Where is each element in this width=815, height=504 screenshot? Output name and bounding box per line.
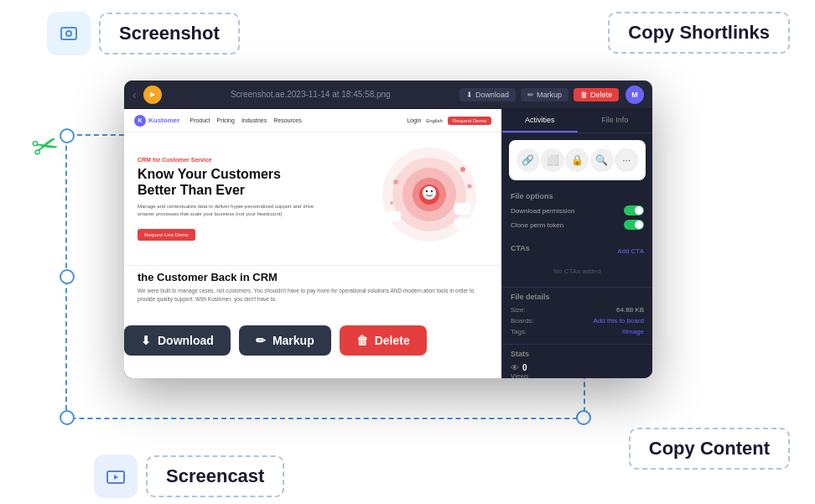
clone-perm-row: Clone perm token — [511, 220, 644, 230]
download-icon-hdr: ⬇ — [466, 91, 473, 99]
views-count: 0 — [522, 363, 527, 372]
kustomer-nav-right: Login English Request Demo — [407, 117, 491, 125]
kustomer-logo-mark: K — [134, 115, 146, 127]
kustomer-logo: K Kustomer — [134, 115, 179, 127]
section-desc: We were built to manage cases, not custo… — [138, 287, 488, 304]
svg-point-7 — [423, 186, 436, 200]
svg-rect-16 — [386, 211, 401, 221]
copy-content-label: Copy Content — [649, 438, 770, 459]
section-title: the Customer Back in CRM — [138, 271, 488, 283]
more-icon-btn[interactable]: ··· — [615, 148, 638, 172]
download-button[interactable]: ⬇ Download — [124, 325, 231, 356]
link-icon-btn[interactable]: 🔗 — [517, 148, 540, 172]
delete-button[interactable]: 🗑 Delete — [340, 325, 427, 356]
svg-point-10 — [460, 167, 465, 172]
file-options-section: File options Download permission Clone p… — [502, 187, 652, 239]
size-row: Size: 64.88 KB — [511, 306, 644, 314]
nav-product: Product — [189, 117, 210, 123]
hero-text: CRM for Customer Service Know Your Custo… — [138, 157, 330, 241]
no-ctas-text: No CTAs added — [511, 261, 644, 282]
play-button[interactable] — [143, 86, 162, 104]
screenshot-label-container: Screenshot — [47, 12, 240, 55]
hero-graphic — [379, 144, 488, 253]
nav-demo-btn[interactable]: Request Demo — [448, 117, 491, 125]
nav-login: Login — [407, 117, 421, 123]
hero-cta-btn[interactable]: Request Live Demo — [138, 229, 195, 241]
bottom-toolbar: ⬇ Download ✏ Markup 🗑 Delete — [124, 325, 427, 356]
markup-button[interactable]: ✏ Markup — [239, 325, 331, 356]
add-cta-link[interactable]: Add CTA — [617, 247, 644, 255]
handle-bl[interactable] — [60, 410, 75, 425]
handle-ml[interactable] — [60, 269, 75, 284]
svg-point-9 — [431, 190, 433, 192]
tab-file-info[interactable]: File Info — [578, 109, 653, 132]
svg-point-8 — [426, 190, 428, 192]
tab-activities[interactable]: Activities — [502, 109, 578, 132]
size-value: 64.88 KB — [616, 306, 644, 314]
svg-point-12 — [393, 179, 398, 184]
size-label: Size: — [511, 306, 526, 314]
header-markup-btn[interactable]: ✏ Markup — [521, 88, 568, 101]
kustomer-nav-links: Product Pricing Industries Resources — [189, 117, 301, 123]
handle-br[interactable] — [576, 410, 591, 425]
download-permission-row: Download permission — [511, 205, 644, 216]
tags-label: Tags: — [511, 328, 527, 335]
nav-resources: Resources — [273, 117, 301, 123]
kustomer-hero: CRM for Customer Service Know Your Custo… — [124, 132, 501, 265]
eye-icon: 👁 — [511, 363, 519, 372]
ctas-section: CTAs Add CTA No CTAs added — [502, 239, 652, 287]
screencast-label-box: Screencast — [146, 455, 284, 497]
handle-tl[interactable] — [60, 128, 75, 143]
hero-title: Know Your Customers Better Than Ever — [138, 166, 330, 198]
screenshot-icon — [47, 12, 91, 55]
svg-rect-0 — [61, 28, 76, 39]
copy-shortlinks-label: Copy Shortlinks — [628, 22, 770, 43]
views-row: 👁 0 — [511, 363, 644, 372]
image-icon-btn[interactable]: ⬜ — [541, 148, 564, 172]
search-icon-btn[interactable]: 🔍 — [590, 148, 614, 172]
svg-point-1 — [66, 31, 71, 36]
lock-icon-btn[interactable]: 🔒 — [565, 148, 589, 172]
views-label: Views — [511, 372, 644, 378]
nav-lang: English — [426, 118, 443, 123]
back-button[interactable]: ‹ — [132, 88, 137, 101]
copy-shortlinks-box[interactable]: Copy Shortlinks — [608, 12, 790, 54]
header-actions: ⬇ Download ✏ Markup 🗑 Delete — [459, 88, 619, 101]
markup-icon: ✏ — [256, 334, 266, 347]
svg-rect-14 — [454, 203, 471, 215]
copy-content-box[interactable]: Copy Content — [629, 428, 790, 470]
tags-value[interactable]: #image — [622, 328, 644, 335]
clone-perm-label: Clone perm token — [511, 221, 563, 229]
boards-row: Boards: Add this to board — [511, 317, 644, 325]
user-avatar[interactable]: M — [626, 86, 644, 104]
tags-row: Tags: #image — [511, 328, 644, 335]
download-permission-toggle[interactable] — [624, 205, 644, 216]
header-delete-btn[interactable]: 🗑 Delete — [574, 88, 619, 101]
panel-icon-buttons: 🔗 ⬜ 🔒 🔍 ··· — [509, 140, 646, 180]
boards-value[interactable]: Add this to board — [594, 317, 644, 325]
nav-pricing: Pricing — [216, 117, 234, 123]
hero-description: Manage and contextualize data to deliver… — [138, 203, 330, 218]
download-permission-label: Download permission — [511, 207, 574, 215]
filename-label: Screenshot.ae.2023-11-14 at 18:45:58.png — [169, 90, 453, 99]
ctas-title: CTAs — [511, 244, 530, 252]
stats-section: Stats 👁 0 Views — [502, 344, 652, 378]
app-header: ‹ Screenshot.ae.2023-11-14 at 18:45:58.p… — [124, 81, 652, 109]
markup-icon-hdr: ✏ — [527, 91, 534, 99]
nav-industries: Industries — [241, 117, 267, 123]
download-icon: ⬇ — [141, 334, 151, 347]
boards-label: Boards: — [511, 317, 534, 325]
delete-icon: 🗑 — [356, 334, 368, 347]
screencast-icon — [94, 455, 138, 498]
svg-rect-15 — [454, 218, 471, 230]
hero-subtitle: CRM for Customer Service — [138, 157, 330, 163]
svg-point-11 — [468, 184, 472, 189]
panel-tabs: Activities File Info — [502, 109, 652, 133]
file-details-title: File details — [511, 293, 644, 301]
screenshot-label-text: Screenshot — [119, 23, 220, 44]
bottom-section: the Customer Back in CRM We were built t… — [124, 265, 501, 309]
clone-perm-toggle[interactable] — [624, 220, 644, 230]
header-download-btn[interactable]: ⬇ Download — [459, 88, 516, 101]
stats-title: Stats — [511, 350, 644, 358]
scissors-icon: ✂ — [28, 125, 63, 168]
